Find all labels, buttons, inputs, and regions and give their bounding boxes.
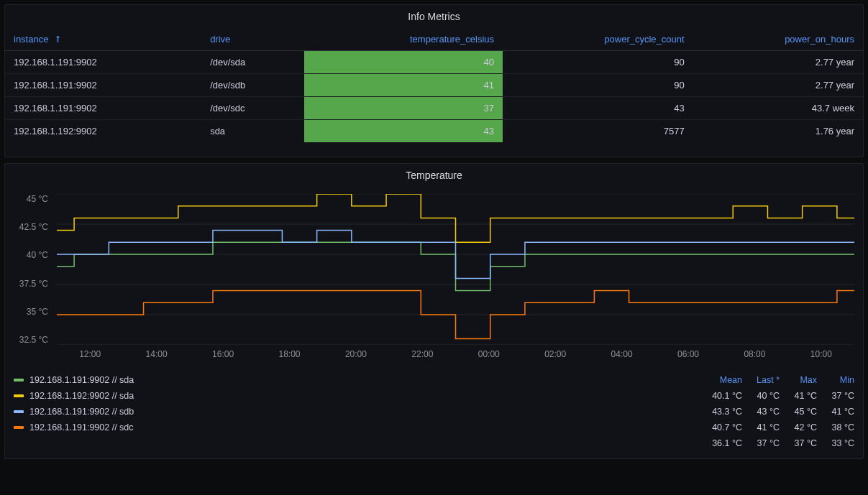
col-power-cycle[interactable]: power_cycle_count [503, 28, 693, 51]
stat-max: 37 °C [780, 438, 817, 448]
table-row[interactable]: 192.168.1.191:9902/dev/sdc374343.7 week [5, 97, 863, 120]
y-tick: 35 °C [14, 307, 48, 317]
legend-swatch [14, 410, 24, 413]
y-tick: 42.5 °C [14, 222, 48, 232]
x-axis: 12:0014:0016:0018:0020:0022:0000:0002:00… [57, 349, 854, 366]
stat-mean: 40.1 °C [705, 391, 742, 401]
cell-temperature: 41 [304, 74, 503, 97]
x-tick: 02:00 [522, 349, 588, 366]
stat-last: 41 °C [742, 422, 780, 432]
x-tick: 08:00 [721, 349, 787, 366]
col-drive[interactable]: drive [201, 28, 304, 51]
table-row[interactable]: 192.168.1.191:9902/dev/sdb41902.77 year [5, 74, 863, 97]
cell-instance: 192.168.1.191:9902 [5, 97, 201, 120]
cell-power-on: 2.77 year [693, 74, 863, 97]
legend: 192.168.1.191:9902 // sda192.168.1.192:9… [14, 372, 854, 451]
stat-max: 41 °C [780, 391, 817, 401]
panel-title[interactable]: Info Metrics [5, 5, 863, 28]
stat-max: 42 °C [780, 422, 817, 432]
table-row[interactable]: 192.168.1.191:9902/dev/sda40902.77 year [5, 51, 863, 74]
chart-area[interactable]: 45 °C42.5 °C40 °C37.5 °C35 °C32.5 °C 12:… [14, 194, 854, 366]
legend-item[interactable]: 192.168.1.191:9902 // sdb [14, 404, 705, 420]
legend-stats-row: 43.3 °C43 °C45 °C41 °C [705, 404, 854, 420]
sort-asc-icon: 🠕 [54, 35, 62, 44]
plot[interactable] [57, 194, 854, 345]
legend-item[interactable]: 192.168.1.191:9902 // sda [14, 372, 705, 388]
x-tick: 12:00 [57, 349, 123, 366]
legend-stats-row: 40.1 °C40 °C41 °C37 °C [705, 388, 854, 404]
legend-swatch [14, 426, 24, 429]
y-axis: 45 °C42.5 °C40 °C37.5 °C35 °C32.5 °C [14, 194, 54, 345]
cell-temperature: 37 [304, 97, 503, 120]
cell-power-on: 2.77 year [693, 51, 863, 74]
col-power-on[interactable]: power_on_hours [693, 28, 863, 51]
y-tick: 37.5 °C [14, 279, 48, 289]
cell-drive: /dev/sda [201, 51, 304, 74]
stat-max: 45 °C [780, 407, 817, 417]
stat-last: 40 °C [742, 391, 780, 401]
x-tick: 18:00 [256, 349, 322, 366]
x-tick: 10:00 [788, 349, 854, 366]
temperature-panel: Temperature 45 °C42.5 °C40 °C37.5 °C35 °… [4, 163, 864, 459]
legend-stats-row: 40.7 °C41 °C42 °C38 °C [705, 420, 854, 435]
cell-temperature: 43 [304, 120, 503, 143]
stats-mean-label[interactable]: Mean [705, 375, 742, 385]
cell-drive: /dev/sdb [201, 74, 304, 97]
table-row[interactable]: 192.168.1.192:9902sda4375771.76 year [5, 120, 863, 143]
stat-last: 37 °C [742, 438, 780, 448]
stats-min-label[interactable]: Min [817, 375, 854, 385]
chart-series-line[interactable] [57, 194, 854, 242]
stats-last-label[interactable]: Last * [742, 375, 780, 385]
cell-instance: 192.168.1.191:9902 [5, 74, 201, 97]
legend-stats-header: Mean Last * Max Min [705, 372, 854, 388]
legend-swatch [14, 379, 24, 381]
cell-drive: sda [201, 120, 304, 143]
cell-power-cycle: 43 [503, 97, 693, 120]
col-instance[interactable]: instance 🠕 [5, 28, 201, 51]
cell-instance: 192.168.1.192:9902 [5, 120, 201, 143]
legend-item[interactable]: 192.168.1.192:9902 // sda [14, 388, 705, 404]
stats-max-label[interactable]: Max [780, 375, 817, 385]
legend-item[interactable]: 192.168.1.191:9902 // sdc [14, 420, 705, 435]
x-tick: 22:00 [389, 349, 455, 366]
chart-svg [57, 194, 854, 345]
cell-drive: /dev/sdc [201, 97, 304, 120]
stat-mean: 36.1 °C [705, 438, 742, 448]
stat-min: 37 °C [817, 391, 854, 401]
cell-power-cycle: 90 [503, 51, 693, 74]
stat-min: 38 °C [817, 422, 854, 432]
x-tick: 06:00 [655, 349, 721, 366]
stat-last: 43 °C [742, 407, 780, 417]
x-tick: 00:00 [456, 349, 522, 366]
stat-mean: 40.7 °C [705, 422, 742, 432]
cell-instance: 192.168.1.191:9902 [5, 51, 201, 74]
legend-label: 192.168.1.192:9902 // sda [29, 391, 134, 401]
legend-label: 192.168.1.191:9902 // sdb [29, 407, 134, 417]
x-tick: 14:00 [123, 349, 189, 366]
cell-power-cycle: 90 [503, 74, 693, 97]
legend-label: 192.168.1.191:9902 // sda [29, 375, 134, 385]
x-tick: 16:00 [190, 349, 256, 366]
legend-swatch [14, 394, 24, 397]
metrics-table: instance 🠕 drive temperature_celsius pow… [5, 28, 863, 142]
x-tick: 04:00 [588, 349, 654, 366]
col-temperature[interactable]: temperature_celsius [304, 28, 503, 51]
cell-power-cycle: 7577 [503, 120, 693, 143]
info-metrics-panel: Info Metrics instance 🠕 drive temperatur… [4, 4, 864, 157]
cell-temperature: 40 [304, 51, 503, 74]
stat-min: 41 °C [817, 407, 854, 417]
legend-stats-row: 36.1 °C37 °C37 °C33 °C [705, 435, 854, 451]
col-instance-label: instance [14, 34, 48, 45]
stat-mean: 43.3 °C [705, 407, 742, 417]
legend-label: 192.168.1.191:9902 // sdc [29, 422, 134, 432]
cell-power-on: 43.7 week [693, 97, 863, 120]
y-tick: 45 °C [14, 194, 48, 204]
y-tick: 32.5 °C [14, 335, 48, 345]
cell-power-on: 1.76 year [693, 120, 863, 143]
panel-title[interactable]: Temperature [5, 164, 863, 187]
x-tick: 20:00 [323, 349, 389, 366]
y-tick: 40 °C [14, 250, 48, 260]
stat-min: 33 °C [817, 438, 854, 448]
